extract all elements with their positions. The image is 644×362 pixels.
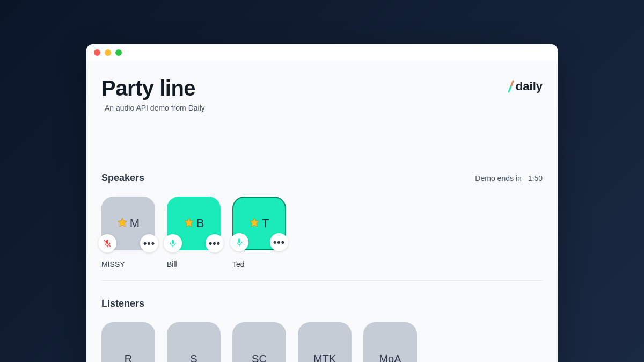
speaker-tile[interactable]: T••• [232,197,286,250]
listeners-list: RSSCMTKMoA [101,322,543,362]
listener-initial: MTK [313,353,336,363]
timer-label: Demo ends in [475,174,521,183]
listener-initial: SC [252,353,267,363]
mic-active-button[interactable] [164,234,182,252]
speaker-name: Ted [232,260,286,269]
listener-initial: MoA [379,353,401,363]
tile-center: M [117,216,140,230]
star-icon [184,217,194,230]
listeners-title: Listeners [101,298,543,309]
app-content: Party line An audio API demo from Daily … [86,61,558,362]
logo-slash-icon [507,80,515,93]
mic-active-button[interactable] [230,233,248,251]
speaker-name: Bill [167,260,221,269]
speaker-tile[interactable]: B••• [167,197,221,250]
star-icon [117,217,128,230]
page-title: Party line [101,76,205,100]
speaker-participant: M•••MISSY [101,197,155,269]
tile-center: B [184,216,204,230]
svg-line-1 [511,81,513,86]
speaker-initial: B [196,216,204,230]
window-titlebar [86,44,558,61]
listener-initial: R [125,353,132,363]
speakers-header: Speakers Demo ends in 1:50 [101,172,543,184]
speakers-title: Speakers [101,172,144,184]
page-subtitle: An audio API demo from Daily [105,104,205,112]
speakers-list: M•••MISSYB•••BillT•••Ted [101,197,543,269]
maximize-icon[interactable] [115,49,122,56]
listener-tile[interactable]: S [167,322,221,362]
speaker-initial: M [130,216,140,230]
brand-logo: daily [507,79,543,93]
listener-initial: S [190,353,197,363]
more-options-button[interactable]: ••• [206,234,224,252]
timer-value: 1:50 [528,174,543,183]
listener-tile[interactable]: R [101,322,155,362]
listeners-section: Listeners RSSCMTKMoA [101,298,543,362]
speaker-participant: B•••Bill [167,197,221,269]
app-window: Party line An audio API demo from Daily … [86,44,558,362]
close-icon[interactable] [94,49,100,56]
more-icon: ••• [209,238,221,248]
listener-tile[interactable]: SC [232,322,286,362]
listener-tile[interactable]: MTK [298,322,352,362]
logo-text: daily [516,79,543,93]
listener-tile[interactable]: MoA [363,322,417,362]
speaker-tile[interactable]: M••• [101,197,155,250]
speaker-initial: T [262,216,269,230]
star-icon [249,217,260,230]
mic-muted-button[interactable] [98,234,116,252]
tile-center: T [249,216,269,230]
speaker-participant: T•••Ted [232,197,286,269]
more-icon: ••• [273,237,285,247]
section-divider [101,280,543,281]
more-icon: ••• [143,238,155,248]
demo-timer: Demo ends in 1:50 [475,174,543,183]
more-options-button[interactable]: ••• [270,233,288,251]
app-header: Party line An audio API demo from Daily … [101,76,543,112]
minimize-icon[interactable] [105,49,111,56]
speaker-name: MISSY [101,260,155,269]
more-options-button[interactable]: ••• [140,234,158,252]
